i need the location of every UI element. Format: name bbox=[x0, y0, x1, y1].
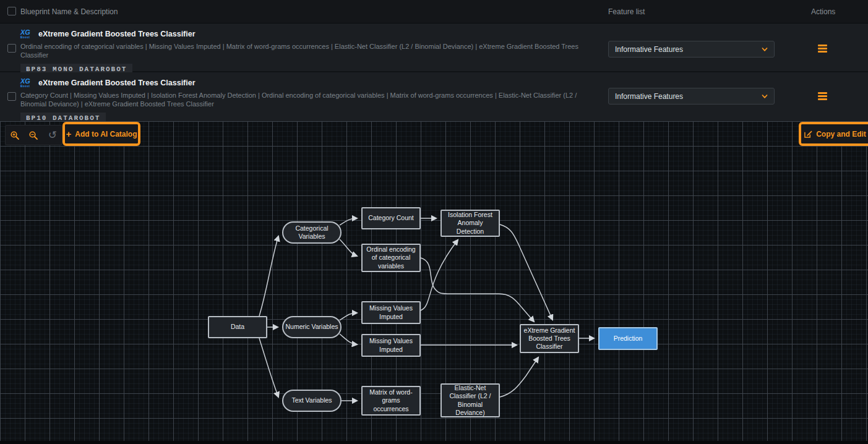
feature-list-dropdown[interactable]: Informative Features bbox=[608, 88, 775, 105]
edit-pencil-icon bbox=[804, 130, 812, 138]
plus-icon: + bbox=[66, 129, 72, 139]
reset-view-icon[interactable]: ↺ bbox=[46, 129, 59, 142]
select-all-checkbox[interactable] bbox=[7, 7, 16, 15]
row-actions-menu-icon[interactable] bbox=[818, 92, 827, 100]
add-to-ai-catalog-label: Add to AI Catalog bbox=[75, 130, 137, 139]
node-categorical-variables[interactable]: Categorical Variables bbox=[282, 221, 342, 244]
node-isolation-forest[interactable]: Isolation Forest Anomaly Detection bbox=[440, 210, 500, 237]
feature-list-dropdown[interactable]: Informative Features bbox=[608, 41, 775, 58]
table-header: Blueprint Name & Description Feature lis… bbox=[0, 0, 868, 23]
feature-list-value: Informative Features bbox=[615, 45, 762, 54]
column-feature-list: Feature list bbox=[608, 0, 645, 23]
copy-and-edit-button[interactable]: Copy and Edit bbox=[801, 124, 868, 143]
blueprint-edges bbox=[0, 121, 868, 444]
highlight-box-copy-edit: Copy and Edit bbox=[799, 122, 868, 146]
node-ordinal-encoding[interactable]: Ordinal encoding of categorical variable… bbox=[361, 244, 421, 272]
node-numeric-variables[interactable]: Numeric Variables bbox=[282, 316, 342, 338]
row-checkbox[interactable] bbox=[7, 44, 16, 53]
node-matrix-word-grams[interactable]: Matrix of word-grams occurrences bbox=[361, 386, 421, 416]
xgboost-logo-icon: XG Boost bbox=[20, 29, 34, 40]
xgboost-logo-icon: XG Boost bbox=[20, 78, 34, 88]
column-name-description: Blueprint Name & Description bbox=[20, 0, 118, 23]
chevron-down-icon bbox=[762, 46, 768, 53]
row-checkbox[interactable] bbox=[7, 92, 16, 101]
add-to-ai-catalog-button[interactable]: + Add to AI Catalog bbox=[65, 124, 138, 143]
node-data[interactable]: Data bbox=[208, 316, 267, 338]
node-missing-values-imputed-2[interactable]: Missing Values Imputed bbox=[361, 334, 421, 357]
blueprint-description: Category Count | Missing Values Imputed … bbox=[20, 91, 587, 109]
feature-list-value: Informative Features bbox=[615, 92, 762, 101]
zoom-in-icon[interactable] bbox=[9, 129, 21, 142]
node-prediction[interactable]: Prediction bbox=[598, 327, 658, 350]
row-actions-menu-icon[interactable] bbox=[818, 45, 827, 53]
blueprint-page: Blueprint Name & Description Feature lis… bbox=[0, 0, 868, 444]
copy-and-edit-label: Copy and Edit bbox=[816, 130, 866, 139]
highlight-box-add-catalog: + Add to AI Catalog bbox=[62, 122, 140, 146]
blueprint-description: Ordinal encoding of categorical variable… bbox=[20, 42, 587, 61]
node-xgboost-classifier[interactable]: eXtreme Gradient Boosted Trees Classifie… bbox=[520, 324, 579, 353]
blueprint-title: eXtreme Gradient Boosted Trees Classifie… bbox=[38, 79, 196, 87]
canvas-zoom-toolbar: ↺ bbox=[5, 125, 62, 145]
zoom-out-icon[interactable] bbox=[27, 129, 40, 142]
column-actions: Actions bbox=[811, 0, 835, 23]
node-text-variables[interactable]: Text Variables bbox=[282, 390, 342, 412]
chevron-down-icon bbox=[762, 93, 768, 100]
blueprint-title: eXtreme Gradient Boosted Trees Classifie… bbox=[38, 30, 196, 38]
node-elastic-net-classifier[interactable]: Elastic-Net Classifier (L2 / Binomial De… bbox=[440, 383, 500, 417]
node-category-count[interactable]: Category Count bbox=[361, 207, 421, 229]
canvas-bottom-strip bbox=[0, 441, 868, 444]
node-missing-values-imputed-1[interactable]: Missing Values Imputed bbox=[361, 301, 421, 324]
blueprint-canvas[interactable]: Data Categorical Variables Numeric Varia… bbox=[0, 121, 868, 444]
